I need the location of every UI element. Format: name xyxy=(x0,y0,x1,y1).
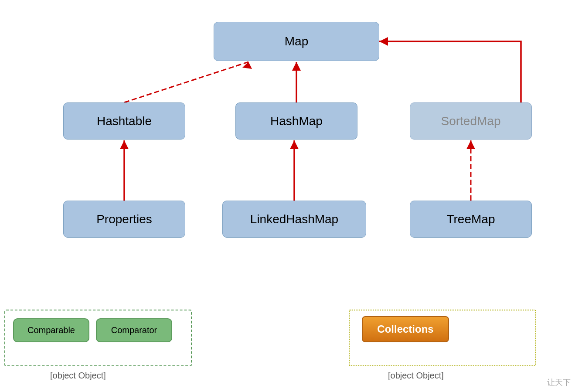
svg-marker-6 xyxy=(120,140,129,149)
svg-marker-10 xyxy=(466,140,475,149)
node-hashtable-label: Hashtable xyxy=(97,114,152,128)
node-map-label: Map xyxy=(285,34,308,48)
node-comparator: Comparator xyxy=(96,318,172,342)
node-linkedhashmap: LinkedHashMap xyxy=(222,201,366,238)
node-sortedmap-label: SortedMap xyxy=(441,114,501,128)
diagram-container: Map Hashtable HashMap SortedMap Properti… xyxy=(0,0,575,392)
svg-marker-1 xyxy=(242,62,252,69)
node-treemap-label: TreeMap xyxy=(446,212,495,226)
node-hashmap-label: HashMap xyxy=(270,114,323,128)
node-hashtable: Hashtable xyxy=(63,102,185,140)
legend-sorting-label: [object Object] xyxy=(50,371,106,381)
node-treemap: TreeMap xyxy=(410,201,532,238)
node-properties: Properties xyxy=(63,201,185,238)
node-properties-label: Properties xyxy=(96,212,152,226)
watermark: 让天下 xyxy=(547,377,571,388)
svg-marker-4 xyxy=(379,37,388,46)
svg-marker-3 xyxy=(292,62,301,71)
svg-marker-8 xyxy=(290,140,299,149)
node-comparable: Comparable xyxy=(13,318,89,342)
node-map: Map xyxy=(214,22,379,61)
node-linkedhashmap-label: LinkedHashMap xyxy=(250,212,338,226)
node-collections: Collections xyxy=(362,316,449,342)
node-collections-label: Collections xyxy=(377,323,433,335)
node-comparable-label: Comparable xyxy=(27,325,75,335)
node-comparator-label: Comparator xyxy=(111,325,157,335)
node-hashmap: HashMap xyxy=(235,102,357,140)
svg-line-0 xyxy=(124,62,248,102)
legend-tool-class-label: [object Object] xyxy=(388,371,444,381)
node-sortedmap: SortedMap xyxy=(410,102,532,140)
